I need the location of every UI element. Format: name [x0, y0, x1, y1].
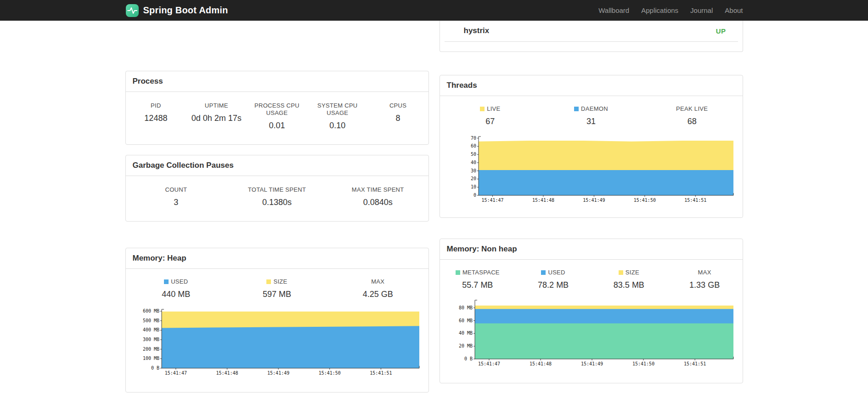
stat-system-cpu-usage: SYSTEM CPU USAGE 0.10 — [307, 102, 368, 131]
svg-text:30: 30 — [470, 168, 476, 173]
svg-text:400 MB: 400 MB — [142, 327, 159, 332]
svg-text:60: 60 — [470, 143, 476, 148]
nonheap-metaspace-swatch-icon — [456, 270, 460, 275]
stat-nonheap-used: USED 78.2 MB — [515, 269, 591, 290]
svg-text:15:41:50: 15:41:50 — [318, 370, 340, 376]
svg-text:40 MB: 40 MB — [458, 330, 472, 336]
applications-panel-footer — [440, 42, 743, 51]
svg-text:20: 20 — [470, 176, 476, 181]
right-column: hystrix UP Threads LIVE 67 DAEMON 31 — [440, 21, 743, 383]
stat-nonheap-size: SIZE 83.5 MB — [591, 269, 667, 290]
svg-text:15:41:48: 15:41:48 — [532, 198, 554, 203]
stat-threads-peak-live: PEAK LIVE 68 — [642, 105, 743, 126]
svg-text:70: 70 — [470, 136, 476, 141]
svg-text:0: 0 — [473, 193, 476, 198]
svg-text:15:41:47: 15:41:47 — [164, 370, 186, 376]
navbar-inner: Spring Boot Admin Wallboard Applications… — [125, 0, 743, 21]
memory-nonheap-panel: Memory: Non heap METASPACE 55.7 MB USED … — [440, 239, 743, 383]
stat-uptime: UPTIME 0d 0h 2m 17s — [186, 102, 247, 131]
process-panel: Process PID 12488 UPTIME 0d 0h 2m 17s PR… — [125, 71, 429, 145]
application-row-hystrix[interactable]: hystrix UP — [445, 21, 738, 42]
svg-text:15:41:48: 15:41:48 — [216, 370, 238, 376]
gc-stats: COUNT 3 TOTAL TIME SPENT 0.1380s MAX TIM… — [126, 176, 428, 221]
heap-size-swatch-icon — [266, 279, 271, 284]
svg-text:15:41:50: 15:41:50 — [633, 198, 655, 203]
threads-panel-title: Threads — [440, 75, 743, 96]
svg-text:40: 40 — [470, 160, 476, 165]
process-stats: PID 12488 UPTIME 0d 0h 2m 17s PROCESS CP… — [126, 92, 428, 144]
svg-text:300 MB: 300 MB — [142, 337, 159, 342]
memory-nonheap-stats: METASPACE 55.7 MB USED 78.2 MB SIZE 83.5… — [440, 260, 743, 296]
stat-cpus: CPUS 8 — [368, 102, 428, 131]
svg-text:500 MB: 500 MB — [142, 318, 159, 323]
applications-panel: hystrix UP — [440, 21, 743, 52]
stat-gc-total-time: TOTAL TIME SPENT 0.1380s — [226, 186, 327, 207]
svg-text:15:41:48: 15:41:48 — [529, 361, 551, 366]
svg-text:15:41:51: 15:41:51 — [684, 198, 706, 203]
stat-gc-max-time: MAX TIME SPENT 0.0840s — [327, 186, 428, 207]
nonheap-used-swatch-icon — [541, 270, 546, 275]
memory-heap-stats: USED 440 MB SIZE 597 MB MAX 4.25 GB — [126, 269, 428, 306]
svg-text:60 MB: 60 MB — [458, 318, 472, 323]
svg-text:10: 10 — [470, 184, 476, 189]
svg-text:0 B: 0 B — [151, 365, 159, 370]
svg-text:20 MB: 20 MB — [458, 343, 472, 348]
svg-text:15:41:47: 15:41:47 — [478, 361, 500, 366]
nonheap-size-swatch-icon — [619, 270, 623, 275]
brand-title: Spring Boot Admin — [143, 5, 228, 16]
heap-used-swatch-icon — [164, 279, 169, 284]
stat-threads-live: LIVE 67 — [440, 105, 541, 126]
svg-text:600 MB: 600 MB — [142, 308, 159, 313]
svg-text:15:41:47: 15:41:47 — [481, 198, 503, 203]
stat-heap-max: MAX 4.25 GB — [327, 278, 428, 299]
nav-links: Wallboard Applications Journal About — [598, 6, 743, 14]
memory-heap-panel-title: Memory: Heap — [126, 248, 428, 269]
nav-item-wallboard[interactable]: Wallboard — [598, 6, 629, 14]
stat-process-cpu-usage: PROCESS CPU USAGE 0.01 — [247, 102, 307, 131]
process-panel-title: Process — [126, 71, 428, 92]
stat-threads-daemon: DAEMON 31 — [541, 105, 642, 126]
svg-text:15:41:51: 15:41:51 — [370, 370, 392, 376]
navbar: Spring Boot Admin Wallboard Applications… — [0, 0, 868, 21]
stat-pid: PID 12488 — [126, 102, 186, 131]
nav-item-journal[interactable]: Journal — [690, 6, 713, 14]
svg-text:50: 50 — [470, 152, 476, 157]
spring-boot-admin-logo-icon — [125, 4, 139, 17]
memory-nonheap-panel-title: Memory: Non heap — [440, 239, 743, 260]
memory-heap-panel: Memory: Heap USED 440 MB SIZE 597 MB MAX — [125, 248, 429, 393]
gc-panel-title: Garbage Collection Pauses — [126, 155, 428, 176]
stat-heap-used: USED 440 MB — [126, 278, 227, 299]
svg-text:15:41:49: 15:41:49 — [581, 361, 603, 366]
svg-text:15:41:49: 15:41:49 — [583, 198, 605, 203]
svg-text:100 MB: 100 MB — [142, 356, 159, 361]
stat-gc-count: COUNT 3 — [126, 186, 227, 207]
stat-nonheap-metaspace: METASPACE 55.7 MB — [440, 269, 516, 290]
stat-heap-size: SIZE 597 MB — [226, 278, 327, 299]
left-column: Process PID 12488 UPTIME 0d 0h 2m 17s PR… — [125, 21, 429, 393]
svg-text:15:41:50: 15:41:50 — [632, 361, 654, 366]
nav-item-about[interactable]: About — [725, 6, 743, 14]
main-content: Process PID 12488 UPTIME 0d 0h 2m 17s PR… — [125, 21, 743, 393]
svg-text:200 MB: 200 MB — [142, 347, 159, 352]
threads-chart: 01020304050607015:41:4715:41:4815:41:491… — [453, 133, 740, 206]
svg-text:0 B: 0 B — [464, 356, 472, 361]
svg-text:80 MB: 80 MB — [458, 305, 472, 310]
svg-text:15:41:51: 15:41:51 — [684, 361, 706, 366]
threads-live-swatch-icon — [480, 107, 485, 111]
brand-link[interactable]: Spring Boot Admin — [125, 4, 228, 17]
threads-stats: LIVE 67 DAEMON 31 PEAK LIVE 68 — [440, 96, 743, 133]
memory-nonheap-chart: 0 B20 MB40 MB60 MB80 MB15:41:4715:41:481… — [453, 296, 740, 370]
threads-daemon-swatch-icon — [574, 107, 579, 111]
application-name[interactable]: hystrix — [464, 26, 490, 35]
stat-nonheap-max: MAX 1.33 GB — [667, 269, 743, 290]
memory-heap-chart: 0 B100 MB200 MB300 MB400 MB500 MB600 MB1… — [139, 306, 426, 379]
svg-text:15:41:49: 15:41:49 — [267, 370, 289, 376]
application-status-badge: UP — [716, 27, 726, 35]
threads-panel: Threads LIVE 67 DAEMON 31 PEAK LIVE 68 — [440, 75, 743, 218]
nav-item-applications[interactable]: Applications — [641, 6, 678, 14]
gc-pauses-panel: Garbage Collection Pauses COUNT 3 TOTAL … — [125, 155, 429, 222]
